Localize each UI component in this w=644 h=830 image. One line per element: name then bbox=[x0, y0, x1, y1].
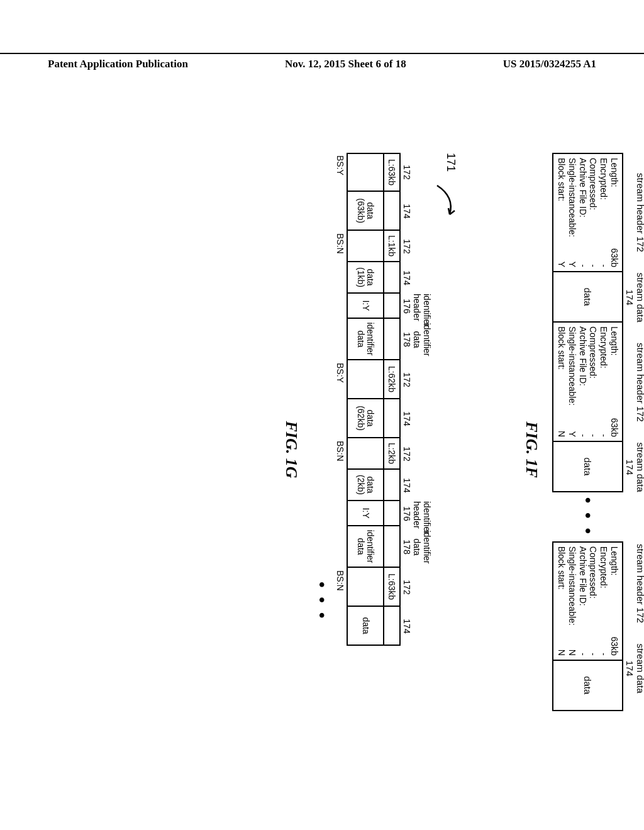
len-cell bbox=[383, 526, 401, 568]
stream-header-cell: Length:63kb Encrypted:- Compressed:- Arc… bbox=[552, 153, 623, 272]
refnum: 172 bbox=[402, 231, 412, 262]
bs-cell bbox=[335, 607, 345, 646]
refnum: 178 bbox=[402, 319, 412, 360]
stream-data-cell: data bbox=[552, 442, 623, 492]
fig-1f-caption: FIG. 1F bbox=[522, 153, 541, 746]
len-cell: L:62kb bbox=[383, 360, 401, 399]
bs-cell bbox=[335, 470, 345, 501]
id-header-label: identifier header bbox=[412, 501, 432, 526]
len-cell bbox=[383, 319, 401, 360]
bs-cell: BS:Y bbox=[335, 153, 345, 192]
len-cell: L:2kb bbox=[383, 438, 401, 470]
sheet-label: Nov. 12, 2015 Sheet 6 of 18 bbox=[285, 58, 406, 70]
stream-header-cell: Length:63kb Encrypted:- Compressed:- Arc… bbox=[552, 323, 623, 442]
refnum: 176 bbox=[402, 294, 412, 319]
col-label: stream data 174 bbox=[625, 442, 644, 492]
data-cell: I:Y bbox=[347, 294, 383, 319]
stream-header-cell: Length:63kb Encrypted:- Compressed:- Arc… bbox=[552, 541, 623, 661]
refnum: 172 bbox=[402, 360, 412, 399]
data-cell: identifier data bbox=[347, 319, 383, 360]
bs-cell: BS:Y bbox=[335, 360, 345, 399]
refnum: 174 bbox=[402, 607, 412, 646]
len-cell: L:63kb bbox=[383, 153, 401, 192]
bs-cell bbox=[335, 294, 345, 319]
bs-cell bbox=[335, 319, 345, 360]
col-label: stream header 172 bbox=[625, 323, 644, 442]
data-cell: data bbox=[347, 607, 383, 646]
data-cell: data (1kb) bbox=[347, 262, 383, 294]
fig1g-text-labels: identifier header identifier data identi… bbox=[412, 153, 432, 746]
bs-cell bbox=[335, 192, 345, 231]
bs-cell bbox=[335, 399, 345, 438]
len-cell: L:63kb bbox=[383, 568, 401, 607]
col-label: stream header 172 bbox=[625, 524, 644, 643]
data-cell: I:Y bbox=[347, 501, 383, 526]
data-cell: data (62kb) bbox=[347, 399, 383, 438]
fig1g-bs-row: BS:Y BS:N BS:Y BS:N BS:N bbox=[335, 153, 345, 746]
len-cell bbox=[383, 399, 401, 438]
refnum: 172 bbox=[402, 438, 412, 470]
col-label: stream data 174 bbox=[625, 643, 644, 694]
refnum: 174 bbox=[402, 192, 412, 231]
len-cell bbox=[383, 501, 401, 526]
refnum: 174 bbox=[402, 262, 412, 294]
len-cell bbox=[383, 470, 401, 501]
refnum: 178 bbox=[402, 526, 412, 568]
stream-data-cell: data bbox=[552, 272, 623, 323]
bs-cell: BS:N bbox=[335, 438, 345, 470]
id-header-label: identifier header bbox=[412, 294, 432, 319]
fig1g-ref-numbers: 172 174 172 174 176 178 172 174 172 174 … bbox=[402, 153, 412, 746]
pub-number: US 2015/0324255 A1 bbox=[503, 58, 644, 70]
refnum: 174 bbox=[402, 470, 412, 501]
id-data-label: identifier data bbox=[412, 526, 432, 568]
bs-cell bbox=[335, 262, 345, 294]
len-cell: L:1kb bbox=[383, 231, 401, 262]
data-cell bbox=[347, 360, 383, 399]
pub-label: Patent Application Publication bbox=[0, 58, 188, 70]
data-cell: data (2kb) bbox=[347, 470, 383, 501]
fig1g-length-row: L:63kb L:1kb L:62kb L:2kb L:63kb bbox=[383, 153, 401, 746]
fig1g-data-row: data (63kb) data (1kb) I:Y identifier da… bbox=[347, 153, 383, 746]
col-label: stream data 174 bbox=[625, 272, 644, 323]
fig1f-row: Length:63kb Encrypted:- Compressed:- Arc… bbox=[552, 153, 623, 746]
fig1f-column-labels: stream header 172 stream data 174 stream… bbox=[625, 153, 644, 746]
ellipsis-icon: • • • bbox=[312, 153, 331, 646]
refnum: 176 bbox=[402, 501, 412, 526]
data-cell bbox=[347, 438, 383, 470]
fig-1f: stream header 172 stream data 174 stream… bbox=[511, 153, 644, 746]
data-cell bbox=[347, 231, 383, 262]
refnum: 174 bbox=[402, 399, 412, 438]
refnum: 172 bbox=[402, 568, 412, 607]
bs-cell bbox=[335, 501, 345, 526]
ellipsis-icon: • • • bbox=[578, 492, 597, 541]
bs-cell bbox=[335, 526, 345, 568]
refnum: 172 bbox=[402, 153, 412, 192]
len-cell bbox=[383, 294, 401, 319]
bs-cell: BS:N bbox=[335, 568, 345, 607]
stream-data-cell: data bbox=[552, 661, 623, 711]
figure-canvas-rotated: 170 stream header 172 stream data 174 st… bbox=[0, 128, 644, 772]
len-cell bbox=[383, 607, 401, 646]
data-cell bbox=[347, 153, 383, 192]
page-header: Patent Application Publication Nov. 12, … bbox=[0, 53, 644, 70]
data-cell: data (63kb) bbox=[347, 192, 383, 231]
fig-1g-caption: FIG. 1G bbox=[282, 153, 301, 746]
data-cell: identifier data bbox=[347, 526, 383, 568]
leader-arrow-icon bbox=[431, 184, 456, 222]
len-cell bbox=[383, 192, 401, 231]
len-cell bbox=[383, 262, 401, 294]
id-data-label: identifier data bbox=[412, 319, 432, 360]
col-label: stream header 172 bbox=[625, 153, 644, 272]
fig-1g: identifier header identifier data identi… bbox=[270, 153, 432, 746]
ref-171: 171 bbox=[444, 153, 457, 172]
bs-cell: BS:N bbox=[335, 231, 345, 262]
data-cell bbox=[347, 568, 383, 607]
